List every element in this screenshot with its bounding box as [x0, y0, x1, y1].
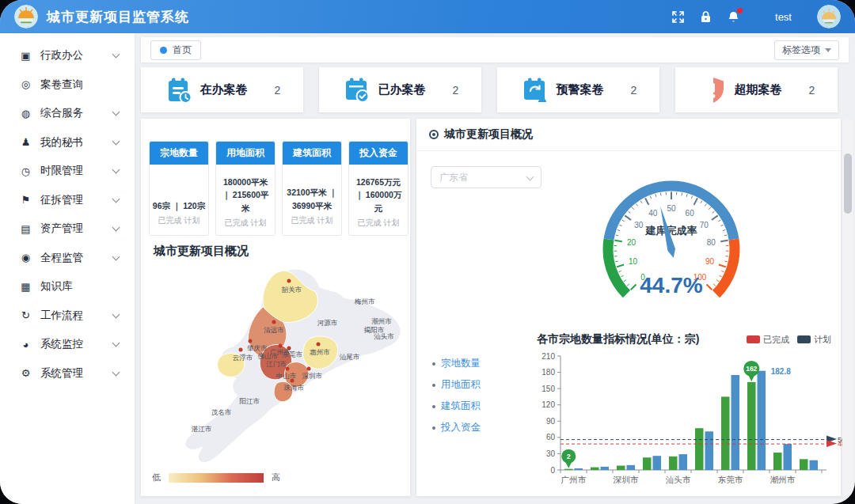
summary-card-overdue-cases[interactable]: 超期案卷2	[675, 67, 838, 112]
bell-icon[interactable]	[727, 10, 740, 24]
bullet-icon	[432, 405, 435, 408]
sidebar-item-demolition[interactable]: ⚑征拆管理	[0, 186, 135, 215]
chevron-down-icon	[112, 51, 120, 59]
supervision-icon: ◉	[19, 252, 32, 263]
chevron-down-icon	[112, 166, 120, 174]
legend-label: 计划	[814, 335, 831, 344]
right-panel-header: 城市更新项目概况	[416, 119, 841, 151]
sidebar-item-label: 工作流程	[40, 309, 83, 323]
tag-options-button[interactable]: 标签选项	[774, 40, 839, 60]
chevron-down-icon	[112, 224, 120, 232]
city-marker-dot	[317, 342, 321, 346]
city-marker-dot	[287, 279, 291, 282]
city-marker-dot	[278, 343, 282, 347]
legend-item[interactable]: 已完成	[747, 334, 789, 346]
sidebar-item-label: 系统管理	[40, 366, 83, 381]
city-label: 阳江市	[239, 397, 260, 407]
svg-text:90: 90	[546, 417, 556, 426]
stat-boxes: 宗地数量96宗 ｜ 120宗已完成 计划用地面积180000平米 ｜ 21560…	[149, 141, 408, 236]
settings-icon: ⚙	[19, 367, 32, 379]
city-marker-dot	[238, 348, 242, 352]
city-label: 惠州市	[310, 348, 330, 358]
svg-text:44.7%: 44.7%	[640, 273, 702, 297]
username[interactable]: test	[775, 11, 792, 23]
left-panel: 宗地数量96宗 ｜ 120宗已完成 计划用地面积180000平米 ｜ 21560…	[141, 119, 410, 496]
svg-text:50: 50	[667, 204, 676, 213]
summary-card-done-cases[interactable]: 已办案卷2	[319, 67, 481, 112]
sidebar-item-label: 征拆管理	[40, 193, 83, 207]
calendar-check-icon	[342, 75, 372, 105]
metric-link[interactable]: 用地面积	[432, 374, 481, 396]
fullscreen-icon[interactable]	[671, 10, 685, 24]
stat-box-title: 投入资金	[349, 142, 408, 165]
sidebar-item-case-query[interactable]: ◎案卷查询	[0, 70, 135, 100]
sidebar-item-knowledge[interactable]: ▦知识库	[0, 272, 135, 301]
city-label: 河源市	[317, 319, 338, 328]
summary-card-label: 已办案卷	[378, 82, 426, 97]
summary-card-active-cases[interactable]: 在办案卷2	[141, 67, 303, 112]
app-logo	[14, 5, 38, 28]
city-label: 清远市	[264, 326, 284, 335]
stat-box-value: 180000平米 ｜ 215600平米	[218, 176, 272, 214]
sidebar-item-system[interactable]: ⚙系统管理	[0, 359, 135, 388]
sidebar-item-workflow[interactable]: ↻工作流程	[0, 301, 135, 331]
sidebar: ▣行政办公◎案卷查询◍综合服务♟我的秘书◷时限管理⚑征拆管理▤资产管理◉全程监管…	[0, 33, 135, 504]
stat-box-title: 用地面积	[216, 142, 275, 165]
tab-home[interactable]: 首页	[150, 40, 201, 60]
svg-text:0: 0	[550, 466, 555, 475]
sidebar-item-label: 我的秘书	[40, 135, 83, 150]
avatar[interactable]	[817, 5, 841, 28]
gauge-chart: 0102030405060708090100建库完成率44.7%	[592, 172, 750, 327]
svg-text:30: 30	[546, 449, 556, 458]
tab-home-label: 首页	[173, 44, 192, 57]
chevron-down-icon	[112, 368, 120, 376]
chevron-down-icon	[112, 252, 120, 260]
sidebar-item-admin-office[interactable]: ▣行政办公	[0, 41, 135, 70]
sidebar-item-label: 时限管理	[40, 164, 83, 178]
chevron-down-icon	[112, 310, 120, 318]
stat-box-value: 96宗 ｜ 120宗	[152, 199, 206, 212]
bullet-icon	[432, 426, 435, 430]
sidebar-item-deadline[interactable]: ◷时限管理	[0, 157, 135, 186]
stat-box-value: 126765万元 ｜ 160000万元	[352, 176, 405, 214]
svg-text:60: 60	[686, 209, 695, 218]
sidebar-item-label: 案卷查询	[40, 78, 83, 92]
svg-text:40: 40	[648, 209, 658, 218]
svg-text:30: 30	[634, 221, 644, 229]
sidebar-item-secretary[interactable]: ♟我的秘书	[0, 128, 135, 157]
stat-box-title: 建筑面积	[283, 142, 341, 165]
city-marker-dot	[249, 339, 253, 343]
stat-box-caption: 已完成 计划	[218, 218, 272, 229]
stat-box: 建筑面积32100平米 ｜ 36990平米已完成 计划	[282, 141, 342, 236]
metric-link-label: 建筑面积	[441, 400, 481, 413]
summary-card-warning-cases[interactable]: 预警案卷2	[497, 67, 659, 112]
sidebar-item-services[interactable]: ◍综合服务	[0, 99, 135, 128]
chevron-down-icon	[112, 339, 120, 347]
clipboard-clock-icon	[164, 75, 194, 105]
svg-text:210: 210	[542, 352, 555, 361]
metric-link[interactable]: 投入资金	[432, 417, 481, 438]
province-select[interactable]: 广东省	[431, 166, 542, 188]
scrollbar-track[interactable]	[842, 119, 853, 496]
bar-chart[interactable]: 0306090120150180210广州市深圳市汕头市东莞市潮州市564821…	[527, 350, 844, 494]
svg-text:60: 60	[546, 433, 556, 441]
metric-link[interactable]: 建筑面积	[432, 396, 481, 417]
sidebar-item-label: 系统监控	[40, 337, 83, 351]
app-window: 城市更新项目监管系统 test ▣行政办公◎案卷查询◍综合服务♟我的秘书◷时限管…	[0, 0, 855, 504]
sidebar-item-supervision[interactable]: ◉全程监管	[0, 244, 135, 273]
scrollbar-thumb[interactable]	[844, 153, 852, 214]
sidebar-item-label: 全程监管	[40, 251, 83, 265]
sidebar-item-asset[interactable]: ▤资产管理	[0, 214, 135, 244]
legend-gradient	[169, 473, 264, 483]
stat-box-caption: 已完成 计划	[352, 218, 405, 229]
legend-item[interactable]: 计划	[797, 334, 831, 346]
lock-icon[interactable]	[699, 10, 712, 24]
metric-link[interactable]: 宗地数量	[432, 353, 481, 374]
stat-box: 用地面积180000平米 ｜ 215600平米已完成 计划	[215, 141, 276, 236]
target-icon	[429, 130, 439, 139]
province-select-value: 广东省	[439, 171, 468, 184]
notification-badge	[737, 8, 743, 13]
sidebar-item-monitor[interactable]: ◕系统监控	[0, 330, 135, 359]
chevron-down-icon	[112, 195, 120, 203]
guangdong-map[interactable]: 韶关市梅州市河源市潮州市揭阳市汕头市清远市肇庆市云浮市广州市佛山市东莞市惠州市汕…	[146, 258, 405, 462]
